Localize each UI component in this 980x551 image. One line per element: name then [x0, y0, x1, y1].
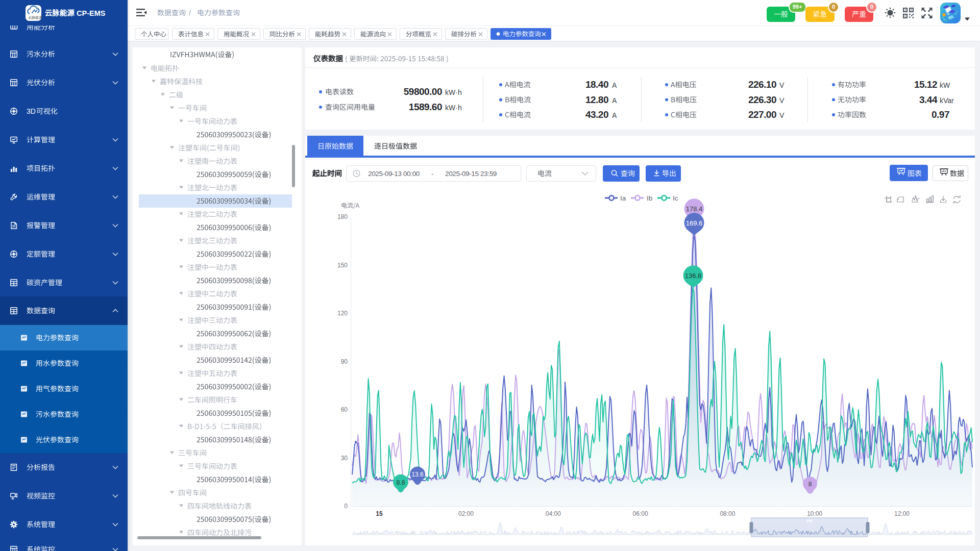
svg-text:Ib: Ib	[647, 194, 652, 202]
svg-text:226.10: 226.10	[748, 79, 776, 90]
svg-text:1589.60: 1589.60	[409, 102, 442, 112]
svg-text:06:00: 06:00	[633, 510, 648, 517]
svg-text:8: 8	[808, 481, 812, 488]
svg-text:13.6: 13.6	[411, 471, 424, 478]
svg-text:18.40: 18.40	[585, 79, 608, 90]
svg-text:A: A	[612, 96, 617, 105]
svg-text:Ic: Ic	[673, 194, 678, 202]
svg-text:169.6: 169.6	[686, 219, 703, 227]
svg-text:150: 150	[337, 262, 348, 269]
svg-text:59800.00: 59800.00	[404, 86, 442, 97]
svg-text:180: 180	[337, 213, 348, 220]
svg-text:15.12: 15.12	[914, 79, 937, 90]
svg-text:V: V	[779, 111, 785, 119]
svg-text:kVar: kVar	[940, 96, 954, 105]
svg-text:226.30: 226.30	[748, 94, 776, 105]
svg-text:V: V	[779, 81, 785, 89]
svg-text:kW: kW	[940, 81, 950, 89]
svg-text:60: 60	[341, 406, 348, 413]
svg-text:10:00: 10:00	[807, 510, 822, 517]
svg-text:0: 0	[870, 4, 873, 10]
svg-text:CP-EMS: CP-EMS	[77, 9, 106, 17]
svg-text:A: A	[612, 81, 617, 89]
svg-text:90: 90	[341, 358, 348, 365]
svg-text:2025-09-13 00:00: 2025-09-13 00:00	[368, 170, 420, 178]
svg-text:0: 0	[832, 4, 835, 10]
svg-text:A: A	[612, 111, 617, 119]
svg-text:15: 15	[376, 510, 383, 517]
svg-text:kW·h: kW·h	[445, 104, 462, 112]
svg-text:120: 120	[337, 310, 348, 317]
svg-text:02:00: 02:00	[458, 510, 474, 517]
svg-text:136.8: 136.8	[685, 272, 702, 280]
svg-text:99+: 99+	[793, 4, 802, 10]
svg-text:04:00: 04:00	[546, 510, 561, 517]
svg-text:178.4: 178.4	[686, 205, 703, 213]
svg-text:kW·h: kW·h	[445, 88, 462, 96]
svg-text:43.20: 43.20	[585, 109, 608, 120]
svg-text:0.97: 0.97	[932, 109, 949, 120]
svg-text:0: 0	[344, 503, 348, 510]
svg-text:12:00: 12:00	[894, 510, 910, 517]
svg-text:V: V	[779, 96, 785, 105]
svg-text:3D: 3D	[27, 107, 36, 115]
svg-text:-: -	[431, 170, 434, 178]
svg-text:/: /	[189, 9, 191, 17]
svg-text:12.80: 12.80	[585, 94, 608, 105]
svg-text:2025-09-15 23:59: 2025-09-15 23:59	[445, 170, 497, 178]
svg-text:227.00: 227.00	[748, 109, 776, 120]
svg-text:8.8: 8.8	[397, 479, 405, 486]
svg-text:30: 30	[341, 455, 348, 462]
svg-text:Ia: Ia	[620, 194, 626, 202]
svg-text:3.44: 3.44	[919, 94, 938, 105]
svg-text:08:00: 08:00	[720, 510, 735, 517]
